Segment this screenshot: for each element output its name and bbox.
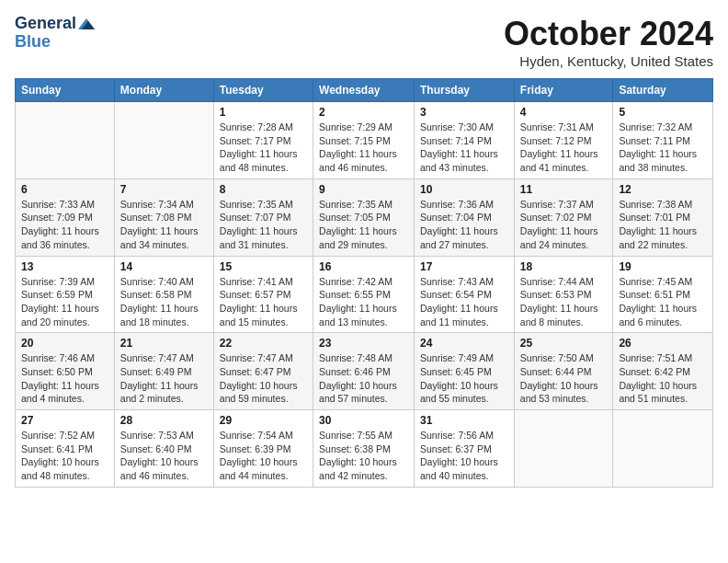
- calendar-cell: 20Sunrise: 7:46 AMSunset: 6:50 PMDayligh…: [16, 333, 115, 410]
- calendar-cell: 3Sunrise: 7:30 AMSunset: 7:14 PMDaylight…: [415, 102, 515, 179]
- day-number: 7: [120, 183, 208, 196]
- day-info: Sunrise: 7:35 AMSunset: 7:07 PMDaylight:…: [220, 198, 307, 252]
- day-number: 9: [319, 183, 408, 196]
- day-info: Sunrise: 7:37 AMSunset: 7:02 PMDaylight:…: [520, 198, 608, 252]
- weekday-header-saturday: Saturday: [613, 79, 713, 102]
- day-number: 26: [619, 337, 707, 350]
- day-info: Sunrise: 7:46 AMSunset: 6:50 PMDaylight:…: [21, 351, 108, 406]
- calendar-cell: 4Sunrise: 7:31 AMSunset: 7:12 PMDaylight…: [514, 102, 613, 179]
- calendar-week-row: 27Sunrise: 7:52 AMSunset: 6:41 PMDayligh…: [16, 410, 713, 488]
- day-number: 14: [120, 260, 208, 273]
- weekday-header-monday: Monday: [114, 79, 213, 102]
- day-info: Sunrise: 7:55 AMSunset: 6:38 PMDaylight:…: [319, 429, 408, 483]
- day-info: Sunrise: 7:41 AMSunset: 6:57 PMDaylight:…: [220, 275, 307, 329]
- logo-text-blue: Blue: [15, 33, 51, 52]
- day-info: Sunrise: 7:35 AMSunset: 7:05 PMDaylight:…: [319, 198, 408, 252]
- day-info: Sunrise: 7:42 AMSunset: 6:55 PMDaylight:…: [319, 275, 408, 329]
- day-info: Sunrise: 7:43 AMSunset: 6:54 PMDaylight:…: [420, 275, 508, 329]
- calendar-cell: 14Sunrise: 7:40 AMSunset: 6:58 PMDayligh…: [114, 256, 213, 333]
- calendar-cell: 19Sunrise: 7:45 AMSunset: 6:51 PMDayligh…: [613, 256, 713, 333]
- calendar-cell: 8Sunrise: 7:35 AMSunset: 7:07 PMDaylight…: [213, 178, 313, 256]
- day-number: 11: [520, 183, 608, 196]
- day-info: Sunrise: 7:28 AMSunset: 7:17 PMDaylight:…: [220, 121, 307, 175]
- day-info: Sunrise: 7:51 AMSunset: 6:42 PMDaylight:…: [619, 351, 707, 406]
- day-info: Sunrise: 7:49 AMSunset: 6:45 PMDaylight:…: [420, 351, 508, 406]
- day-number: 15: [220, 260, 307, 273]
- day-number: 4: [520, 106, 608, 119]
- calendar-cell: [514, 410, 613, 488]
- weekday-header-friday: Friday: [514, 79, 613, 102]
- logo-text-general: General: [15, 15, 76, 33]
- calendar-cell: 17Sunrise: 7:43 AMSunset: 6:54 PMDayligh…: [415, 256, 515, 333]
- day-number: 16: [319, 260, 408, 273]
- title-block: October 2024 Hyden, Kentucky, United Sta…: [504, 15, 713, 69]
- day-info: Sunrise: 7:44 AMSunset: 6:53 PMDaylight:…: [520, 275, 608, 329]
- location-text: Hyden, Kentucky, United States: [504, 53, 713, 69]
- calendar-cell: 21Sunrise: 7:47 AMSunset: 6:49 PMDayligh…: [114, 333, 213, 410]
- day-number: 24: [420, 337, 508, 350]
- weekday-header-row: SundayMondayTuesdayWednesdayThursdayFrid…: [16, 79, 713, 102]
- calendar-cell: 1Sunrise: 7:28 AMSunset: 7:17 PMDaylight…: [213, 102, 313, 179]
- day-info: Sunrise: 7:48 AMSunset: 6:46 PMDaylight:…: [319, 351, 408, 406]
- page-header: General Blue October 2024 Hyden, Kentuck…: [15, 15, 713, 69]
- day-number: 22: [220, 337, 307, 350]
- calendar-cell: [16, 102, 115, 179]
- day-info: Sunrise: 7:40 AMSunset: 6:58 PMDaylight:…: [120, 275, 208, 329]
- calendar-cell: 13Sunrise: 7:39 AMSunset: 6:59 PMDayligh…: [16, 256, 115, 333]
- calendar-cell: 26Sunrise: 7:51 AMSunset: 6:42 PMDayligh…: [613, 333, 713, 410]
- day-number: 19: [619, 260, 707, 273]
- day-info: Sunrise: 7:47 AMSunset: 6:47 PMDaylight:…: [220, 351, 307, 406]
- day-info: Sunrise: 7:56 AMSunset: 6:37 PMDaylight:…: [420, 429, 508, 483]
- day-info: Sunrise: 7:32 AMSunset: 7:11 PMDaylight:…: [619, 121, 707, 175]
- day-info: Sunrise: 7:52 AMSunset: 6:41 PMDaylight:…: [21, 429, 108, 483]
- day-number: 10: [420, 183, 508, 196]
- day-info: Sunrise: 7:50 AMSunset: 6:44 PMDaylight:…: [520, 351, 608, 406]
- day-info: Sunrise: 7:38 AMSunset: 7:01 PMDaylight:…: [619, 198, 707, 252]
- day-number: 8: [220, 183, 307, 196]
- day-number: 17: [420, 260, 508, 273]
- day-number: 23: [319, 337, 408, 350]
- day-info: Sunrise: 7:36 AMSunset: 7:04 PMDaylight:…: [420, 198, 508, 252]
- weekday-header-wednesday: Wednesday: [313, 79, 415, 102]
- weekday-header-tuesday: Tuesday: [213, 79, 313, 102]
- calendar-cell: 11Sunrise: 7:37 AMSunset: 7:02 PMDayligh…: [514, 178, 613, 256]
- calendar-cell: 27Sunrise: 7:52 AMSunset: 6:41 PMDayligh…: [16, 410, 115, 488]
- calendar-cell: 10Sunrise: 7:36 AMSunset: 7:04 PMDayligh…: [415, 178, 515, 256]
- calendar-cell: 28Sunrise: 7:53 AMSunset: 6:40 PMDayligh…: [114, 410, 213, 488]
- day-number: 12: [619, 183, 707, 196]
- calendar-cell: 31Sunrise: 7:56 AMSunset: 6:37 PMDayligh…: [415, 410, 515, 488]
- calendar-cell: [613, 410, 713, 488]
- calendar-cell: 24Sunrise: 7:49 AMSunset: 6:45 PMDayligh…: [415, 333, 515, 410]
- weekday-header-sunday: Sunday: [16, 79, 115, 102]
- day-number: 3: [420, 106, 508, 119]
- day-info: Sunrise: 7:54 AMSunset: 6:39 PMDaylight:…: [220, 429, 307, 483]
- day-number: 31: [420, 414, 508, 427]
- calendar-cell: 30Sunrise: 7:55 AMSunset: 6:38 PMDayligh…: [313, 410, 415, 488]
- calendar-cell: 6Sunrise: 7:33 AMSunset: 7:09 PMDaylight…: [16, 178, 115, 256]
- calendar-cell: 5Sunrise: 7:32 AMSunset: 7:11 PMDaylight…: [613, 102, 713, 179]
- logo-icon: [78, 18, 95, 29]
- day-info: Sunrise: 7:45 AMSunset: 6:51 PMDaylight:…: [619, 275, 707, 329]
- calendar-cell: 22Sunrise: 7:47 AMSunset: 6:47 PMDayligh…: [213, 333, 313, 410]
- month-title: October 2024: [504, 15, 713, 53]
- calendar-cell: 12Sunrise: 7:38 AMSunset: 7:01 PMDayligh…: [613, 178, 713, 256]
- day-number: 28: [120, 414, 208, 427]
- calendar-cell: 25Sunrise: 7:50 AMSunset: 6:44 PMDayligh…: [514, 333, 613, 410]
- day-number: 1: [220, 106, 307, 119]
- day-number: 29: [220, 414, 307, 427]
- calendar-cell: [114, 102, 213, 179]
- logo: General Blue: [15, 15, 95, 52]
- calendar-cell: 7Sunrise: 7:34 AMSunset: 7:08 PMDaylight…: [114, 178, 213, 256]
- day-info: Sunrise: 7:53 AMSunset: 6:40 PMDaylight:…: [120, 429, 208, 483]
- day-info: Sunrise: 7:29 AMSunset: 7:15 PMDaylight:…: [319, 121, 408, 175]
- day-number: 18: [520, 260, 608, 273]
- calendar-week-row: 1Sunrise: 7:28 AMSunset: 7:17 PMDaylight…: [16, 102, 713, 179]
- day-info: Sunrise: 7:34 AMSunset: 7:08 PMDaylight:…: [120, 198, 208, 252]
- day-number: 6: [21, 183, 108, 196]
- calendar-week-row: 6Sunrise: 7:33 AMSunset: 7:09 PMDaylight…: [16, 178, 713, 256]
- day-number: 30: [319, 414, 408, 427]
- calendar-cell: 15Sunrise: 7:41 AMSunset: 6:57 PMDayligh…: [213, 256, 313, 333]
- calendar-cell: 18Sunrise: 7:44 AMSunset: 6:53 PMDayligh…: [514, 256, 613, 333]
- calendar-cell: 23Sunrise: 7:48 AMSunset: 6:46 PMDayligh…: [313, 333, 415, 410]
- day-info: Sunrise: 7:33 AMSunset: 7:09 PMDaylight:…: [21, 198, 108, 252]
